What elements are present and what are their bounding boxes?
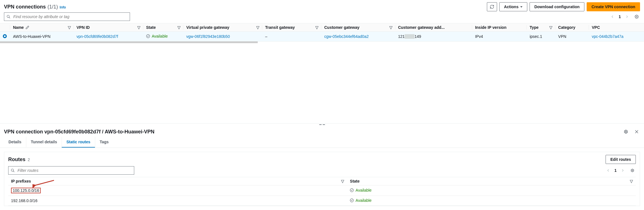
- status-badge: Available: [146, 34, 168, 38]
- svg-point-3: [146, 34, 150, 38]
- actions-label: Actions: [504, 5, 519, 9]
- col-route-state[interactable]: State▽: [347, 177, 636, 185]
- cell-name: AWS-to-Huawei-VPN: [10, 32, 74, 42]
- col-state[interactable]: State▽: [143, 23, 183, 32]
- pager-prev-icon: [605, 167, 612, 174]
- cell-vpc-link[interactable]: vpc-044b2b7a47a: [592, 34, 623, 39]
- routes-table: IP prefixes▽ State▽ 100.125.0.0/16 A: [8, 177, 636, 206]
- download-configuration-button[interactable]: Download configuration: [530, 2, 584, 11]
- cell-cgw-addr: 121xxxxx149: [395, 32, 472, 42]
- col-category[interactable]: Category: [555, 23, 589, 32]
- refresh-icon: [490, 5, 494, 9]
- refresh-button[interactable]: [487, 2, 497, 11]
- col-vpn-id[interactable]: VPN ID▽: [74, 23, 143, 32]
- col-ip-prefixes[interactable]: IP prefixes▽: [8, 177, 347, 185]
- routes-count: 2: [28, 157, 30, 162]
- cell-vgw-link[interactable]: vgw-06f1f82943e180b50: [186, 34, 230, 39]
- tab-static-routes[interactable]: Static routes: [62, 137, 95, 148]
- cell-inside-ip: IPv4: [472, 32, 527, 42]
- pencil-icon: [25, 25, 29, 29]
- gear-icon: [624, 129, 628, 134]
- panel-splitter[interactable]: [0, 123, 644, 126]
- table-settings-button[interactable]: [633, 13, 640, 20]
- routes-card: Routes 2 Edit routes 1: [4, 152, 640, 206]
- search-icon: [11, 168, 15, 172]
- search-input[interactable]: [13, 14, 127, 19]
- pager-next-icon: [619, 167, 626, 174]
- actions-button[interactable]: Actions: [499, 2, 527, 11]
- search-icon: [6, 15, 10, 19]
- create-vpn-connection-button[interactable]: Create VPN connection: [587, 2, 640, 11]
- svg-point-10: [350, 189, 354, 192]
- col-vgw[interactable]: Virtual private gateway▽: [183, 23, 262, 32]
- svg-point-9: [632, 170, 633, 171]
- status-badge: Available: [350, 188, 372, 192]
- tab-tunnel-details[interactable]: Tunnel details: [26, 137, 62, 148]
- check-circle-icon: [350, 188, 354, 192]
- routes-pager: 1: [605, 167, 636, 174]
- cell-category: VPN: [555, 32, 589, 42]
- page-title: VPN connections: [4, 4, 46, 10]
- cell-type: ipsec.1: [527, 32, 555, 42]
- vpn-connections-table: Name ▽ VPN ID▽ State▽ Virtual private ga…: [0, 23, 644, 42]
- col-cgw-addr[interactable]: Customer gateway add...: [395, 23, 472, 32]
- status-badge: Available: [350, 198, 372, 203]
- gear-icon: [635, 15, 639, 19]
- info-link[interactable]: Info: [60, 5, 66, 9]
- routes-title: Routes: [8, 157, 25, 162]
- svg-line-1: [9, 17, 10, 18]
- close-icon: [634, 129, 639, 134]
- routes-filter-box[interactable]: [8, 166, 134, 175]
- edit-routes-button[interactable]: Edit routes: [606, 155, 636, 164]
- col-inside-ip[interactable]: Inside IP version: [472, 23, 527, 32]
- highlighted-prefix: 100.125.0.0/16: [11, 188, 41, 193]
- cell-vpn-id-link[interactable]: vpn-05cfd69fe0b082d7f: [77, 34, 118, 39]
- col-vpc[interactable]: VPC: [589, 23, 644, 32]
- detail-settings-button[interactable]: [623, 128, 629, 135]
- detail-tabs: Details Tunnel details Static routes Tag…: [0, 137, 644, 148]
- route-row: 100.125.0.0/16 Available: [8, 185, 636, 196]
- routes-filter-input[interactable]: [17, 168, 132, 173]
- table-row[interactable]: AWS-to-Huawei-VPN vpn-05cfd69fe0b082d7f …: [0, 32, 644, 42]
- check-circle-icon: [350, 198, 354, 202]
- tab-tags[interactable]: Tags: [95, 137, 113, 148]
- cell-cgw-link[interactable]: cgw-05ebc344ef64ad0a2: [324, 34, 368, 39]
- col-type[interactable]: Type▽: [527, 23, 555, 32]
- cell-ip-prefix: 192.168.0.0/16: [8, 196, 347, 206]
- routes-pager-page: 1: [614, 168, 617, 173]
- pager-prev-icon: [609, 13, 616, 20]
- cell-ip-prefix: 100.125.0.0/16: [8, 185, 347, 196]
- gear-icon: [630, 168, 634, 172]
- row-radio[interactable]: [3, 34, 7, 38]
- svg-line-8: [13, 171, 14, 172]
- pager-next-icon: [624, 13, 630, 20]
- cell-tgw: –: [262, 32, 321, 42]
- svg-point-4: [625, 131, 626, 132]
- col-name[interactable]: Name ▽: [10, 23, 74, 32]
- col-cgw[interactable]: Customer gateway▽: [321, 23, 395, 32]
- check-circle-icon: [146, 34, 150, 38]
- svg-point-11: [350, 199, 354, 202]
- col-tgw[interactable]: Transit gateway▽: [262, 23, 321, 32]
- close-detail-button[interactable]: [633, 128, 640, 135]
- search-box[interactable]: [4, 12, 130, 21]
- tab-details[interactable]: Details: [4, 137, 26, 148]
- page-count: (1/1): [47, 4, 58, 10]
- filter-icon[interactable]: ▽: [68, 25, 71, 30]
- svg-point-2: [636, 16, 637, 17]
- route-row: 192.168.0.0/16 Available: [8, 196, 636, 206]
- routes-table-settings-button[interactable]: [629, 167, 636, 174]
- caret-down-icon: [520, 6, 522, 8]
- detail-title: VPN connection vpn-05cfd69fe0b082d7f / A…: [4, 129, 154, 135]
- top-pager: 1: [609, 13, 640, 20]
- pager-page: 1: [619, 14, 621, 19]
- grip-icon: [319, 124, 325, 125]
